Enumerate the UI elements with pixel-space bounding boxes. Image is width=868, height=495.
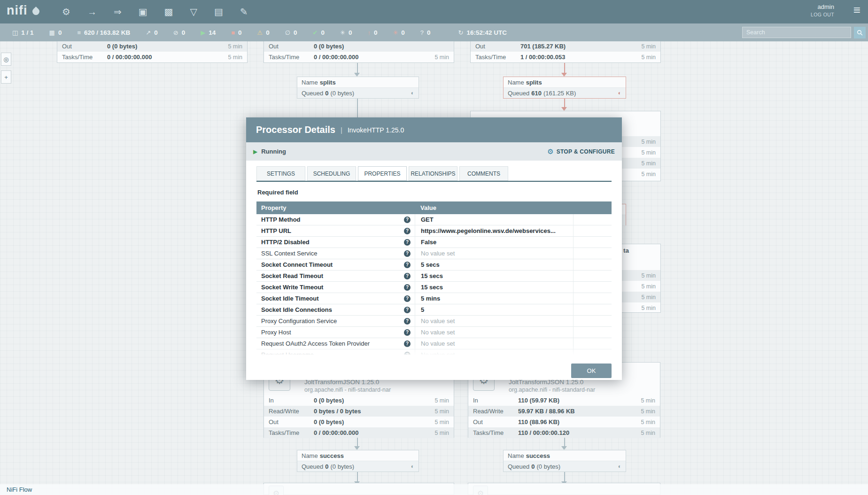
stale-icon: ↑ [367,29,371,36]
connection-label[interactable]: Name success Queued 0 (0 bytes) ◐ [503,450,626,472]
stat-window: 5 min [228,54,242,61]
refresh-icon[interactable]: ↻ [458,29,464,36]
help-icon[interactable]: ? [404,217,411,223]
property-row: Request OAuth2 Access Token Provider? No… [256,338,612,349]
stat-label: In [269,397,314,404]
stat-window: 5 min [641,283,656,290]
stat-label: Tasks/Time [473,429,518,436]
dialog-subtitle: InvokeHTTP 1.25.0 [348,126,404,134]
property-extra-cell [573,316,612,326]
connection-label[interactable]: Name splits Queued 0 (0 bytes) ◐ [297,77,419,99]
stop-configure-label: STOP & CONFIGURE [557,148,615,155]
process-group-icon[interactable]: ▣ [139,6,147,17]
help-icon[interactable]: ? [404,352,411,357]
stat-value: 0 / 00:00:00.000 [314,429,358,436]
funnel-icon[interactable]: ▽ [190,6,197,17]
name-label: Name [508,79,524,86]
invalid-count: 0 [266,29,270,36]
stat-window: 5 min [641,139,656,145]
cluster-count: 1 / 1 [21,29,33,36]
stat-row: Read/Write 59.97 KB / 88.96 KB 5 min [468,406,660,417]
property-row: Socket Write Timeout? 15 secs [256,282,612,293]
property-extra-cell [573,349,612,357]
hamburger-menu-icon[interactable]: ≡ [853,4,860,16]
stat-window: 5 min [641,272,656,279]
help-icon[interactable]: ? [404,228,411,234]
processor[interactable]: Out 701 (185.27 KB) 5 min Tasks/Time 1 /… [470,40,661,63]
tab-relationships[interactable]: RELATIONSHIPS [409,166,457,181]
breadcrumb-root-link[interactable]: NiFi Flow [7,486,32,493]
search-input[interactable] [742,27,851,38]
help-icon[interactable]: ? [404,273,411,279]
transmitting-icon: ↗ [146,29,151,36]
property-name: HTTP Method [261,216,301,223]
processor-icon[interactable]: ⚙ [62,6,70,17]
stat-value: 1 / 00:00:00.053 [520,54,565,61]
processor[interactable]: Out 0 (0 bytes) Tasks/Time 0 / 00:00:00.… [264,40,454,63]
property-name: Socket Idle Timeout [261,295,319,302]
nifi-drop-icon [31,6,40,16]
connection-arrow [561,446,567,450]
running-count: 14 [209,29,216,36]
stat-value: 701 (185.27 KB) [520,43,566,50]
remote-process-group-icon[interactable]: ▩ [164,6,173,17]
properties-table: Property Value HTTP Method? GET HTTP URL… [256,201,612,357]
help-icon[interactable]: ? [404,307,411,313]
stat-row: Read/Write 0 bytes / 0 bytes 5 min [264,406,454,417]
queued-size: (0 bytes) [331,463,355,470]
tab-settings[interactable]: SETTINGS [256,166,305,181]
tab-scheduling[interactable]: SCHEDULING [307,166,356,181]
connection-label[interactable]: Name success Queued 0 (0 bytes) ◐ [297,450,419,472]
stopped-icon: ■ [231,29,235,36]
help-icon[interactable]: ? [404,250,411,257]
property-row: SSL Context Service? No value set [256,248,612,259]
stat-label: Tasks/Time [62,54,107,61]
not-transmitting-icon: ⊘ [173,29,178,36]
versioned-locally-modified-stale-status: ✳ 0 [393,29,404,36]
breadcrumb: NiFi Flow [0,484,868,495]
tab-properties[interactable]: PROPERTIES [358,166,407,181]
tab-comments[interactable]: COMMENTS [459,166,508,181]
connection-label[interactable]: Name splits Queued 610 (161.25 KB) ◐ [503,77,626,99]
operate-palette-button[interactable]: + [1,70,11,84]
help-icon[interactable]: ? [404,284,411,291]
property-row: Proxy Configuration Service? No value se… [256,316,612,327]
connection-name-row: Name splits [297,77,418,88]
template-icon[interactable]: ▤ [214,6,223,17]
locally-modified-stale-count: 0 [401,29,405,36]
transmitting-count: 0 [154,29,158,36]
property-extra-cell [573,237,612,248]
queued-label: Queued [302,90,323,97]
stat-row: Out 0 (0 bytes) 5 min [57,41,247,52]
stat-label: Out [269,43,314,50]
ok-button[interactable]: OK [571,364,612,378]
stat-row: Tasks/Time 0 / 00:00:00.000 5 min [57,52,247,62]
help-icon[interactable]: ? [404,318,411,325]
stat-window: 5 min [641,294,656,301]
search-button[interactable] [854,27,866,39]
input-port-icon[interactable]: → [87,7,97,17]
help-icon[interactable]: ? [404,262,411,268]
stop-and-configure-button[interactable]: ⚙ STOP & CONFIGURE [547,147,615,156]
last-refresh-time: 16:52:42 UTC [467,29,507,36]
stat-row: Tasks/Time 1 / 00:00:00.053 5 min [471,52,660,62]
help-icon[interactable]: ? [404,239,411,246]
queued-size: (0 bytes) [331,90,355,97]
processor[interactable]: Out 0 (0 bytes) 5 min Tasks/Time 0 / 00:… [57,40,248,63]
stat-label: Out [473,418,518,425]
stat-label: In [473,397,518,404]
queued-count: 610 [531,90,542,97]
load-balance-icon: ◐ [618,90,621,96]
stat-label: Tasks/Time [269,429,314,436]
connection-arrow [354,446,360,450]
property-row: Proxy Host? No value set [256,327,612,338]
navigate-palette-button[interactable]: ◎ [1,53,11,66]
logout-button[interactable]: LOG OUT [811,12,834,17]
nifi-logo: nifi [7,3,39,18]
output-port-icon[interactable]: ⇒ [114,6,122,17]
help-icon[interactable]: ? [404,295,411,302]
label-icon[interactable]: ✎ [240,6,248,17]
help-icon[interactable]: ? [404,329,411,336]
stat-label: Tasks/Time [269,54,314,61]
help-icon[interactable]: ? [404,340,411,347]
